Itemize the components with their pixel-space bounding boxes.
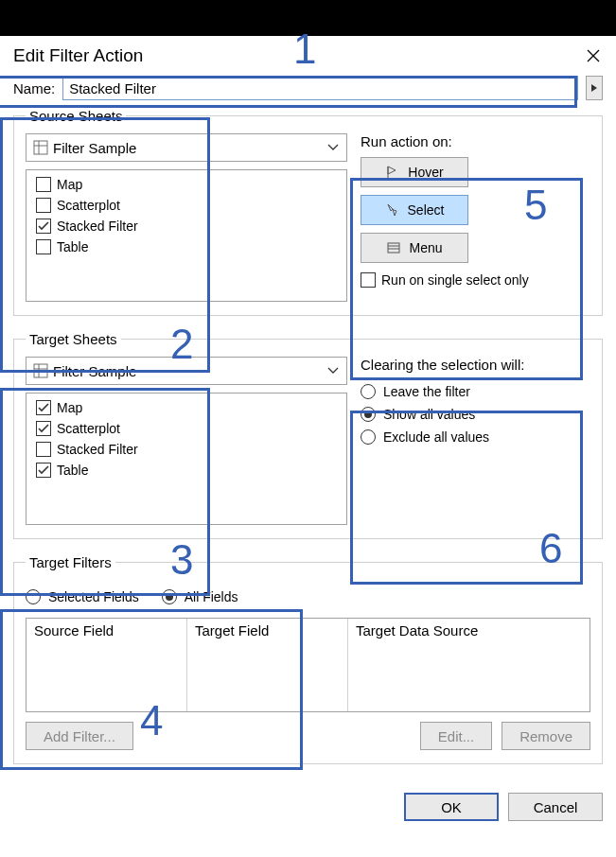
target-workbook-dropdown[interactable]: Filter Sample <box>26 357 347 385</box>
remove-filter-button[interactable]: Remove <box>502 722 590 750</box>
target-sheet-item[interactable]: Table <box>26 460 346 481</box>
name-input[interactable] <box>62 76 578 100</box>
clearing-option-label: Exclude all values <box>383 429 489 445</box>
clearing-title: Clearing the selection will: <box>361 357 590 373</box>
target-sheet-label: Stacked Filter <box>57 442 138 457</box>
grid-col-target: Target Field <box>187 619 348 711</box>
source-sheet-item[interactable]: Map <box>26 174 346 195</box>
dialog-title: Edit Filter Action <box>13 45 584 66</box>
radio-icon <box>361 429 376 445</box>
target-filters-grid: Source Field Target Field Target Data So… <box>26 618 590 712</box>
target-sheets-list: MapScatterplotStacked FilterTable <box>26 393 347 525</box>
source-sheet-item[interactable]: Scatterplot <box>26 195 346 216</box>
source-workbook-dropdown[interactable]: Filter Sample <box>26 133 347 162</box>
svg-rect-11 <box>34 364 47 377</box>
filter-scope-option[interactable]: All Fields <box>162 586 238 608</box>
source-sheet-label: Stacked Filter <box>57 219 138 234</box>
target-filters-group: Target Filters Selected FieldsAll Fields… <box>13 554 603 764</box>
source-workbook-label: Filter Sample <box>53 140 326 156</box>
svg-rect-8 <box>388 243 399 253</box>
add-filter-button[interactable]: Add Filter... <box>26 722 133 750</box>
source-sheets-list: MapScatterplotStacked FilterTable <box>26 169 347 302</box>
clearing-option-label: Leave the filter <box>383 384 470 399</box>
single-select-checkbox[interactable] <box>361 272 376 288</box>
run-action-select-button[interactable]: Select <box>361 195 468 225</box>
edit-filter-button[interactable]: Edit... <box>420 722 492 750</box>
radio-icon <box>162 589 177 604</box>
target-sheet-item[interactable]: Map <box>26 397 346 418</box>
close-button[interactable] <box>584 46 603 65</box>
run-action-menu-button[interactable]: Menu <box>361 233 468 263</box>
ok-button[interactable]: OK <box>404 793 499 821</box>
sheet-icon <box>32 362 49 379</box>
source-sheet-label: Table <box>57 239 88 254</box>
cancel-button[interactable]: Cancel <box>508 793 603 821</box>
radio-icon <box>361 384 376 399</box>
checkbox-icon <box>36 177 51 192</box>
hover-icon <box>385 165 400 180</box>
target-sheets-legend: Target Sheets <box>26 331 121 347</box>
target-sheet-label: Scatterplot <box>57 421 120 436</box>
source-sheet-item[interactable]: Table <box>26 236 346 257</box>
checkbox-icon <box>36 239 51 254</box>
target-sheet-label: Map <box>57 400 82 415</box>
target-sheet-item[interactable]: Stacked Filter <box>26 439 346 460</box>
grid-col-datasource: Target Data Source <box>348 619 590 711</box>
filter-scope-label: All Fields <box>185 589 238 604</box>
filter-scope-label: Selected Fields <box>48 589 139 604</box>
name-menu-button[interactable] <box>586 76 603 100</box>
clearing-option-label: Show all values <box>383 407 475 422</box>
triangle-right-icon <box>590 83 598 93</box>
sheet-icon <box>32 139 49 156</box>
clearing-option[interactable]: Exclude all values <box>361 426 590 448</box>
close-icon <box>587 49 600 62</box>
clearing-option[interactable]: Show all values <box>361 403 590 426</box>
target-sheet-label: Table <box>57 463 88 478</box>
checkbox-icon <box>36 421 51 436</box>
name-label: Name: <box>13 80 55 96</box>
title-bar: Edit Filter Action <box>0 36 616 72</box>
chevron-down-icon <box>326 363 341 378</box>
clearing-option[interactable]: Leave the filter <box>361 380 590 403</box>
single-select-label: Run on single select only <box>381 272 529 288</box>
checkbox-icon <box>36 198 51 213</box>
checkbox-icon <box>36 219 51 234</box>
svg-marker-2 <box>591 84 597 92</box>
target-sheets-group: Target Sheets Filter Sample MapScatterpl… <box>13 331 603 539</box>
run-action-label: Hover <box>408 165 443 180</box>
source-sheet-label: Scatterplot <box>57 198 120 213</box>
select-icon <box>385 202 400 218</box>
svg-rect-3 <box>34 141 47 154</box>
checkbox-icon <box>36 400 51 415</box>
run-action-hover-button[interactable]: Hover <box>361 157 468 187</box>
source-sheets-legend: Source Sheets <box>26 108 126 124</box>
radio-icon <box>361 407 376 422</box>
source-sheet-item[interactable]: Stacked Filter <box>26 216 346 236</box>
radio-icon <box>26 589 41 604</box>
target-filters-legend: Target Filters <box>26 554 115 570</box>
run-action-label: Menu <box>409 240 442 255</box>
filter-scope-option[interactable]: Selected Fields <box>26 586 139 608</box>
target-sheet-item[interactable]: Scatterplot <box>26 418 346 439</box>
menu-icon <box>386 240 401 255</box>
source-sheet-label: Map <box>57 177 82 192</box>
run-action-title: Run action on: <box>361 133 590 149</box>
checkbox-icon <box>36 442 51 457</box>
source-sheets-group: Source Sheets Filter Sample MapScatterpl… <box>13 108 603 316</box>
target-workbook-label: Filter Sample <box>53 363 326 379</box>
window-top-bar <box>0 0 616 36</box>
chevron-down-icon <box>326 140 341 155</box>
checkbox-icon <box>36 463 51 478</box>
svg-marker-7 <box>388 204 396 216</box>
run-action-label: Select <box>408 202 445 218</box>
grid-col-source: Source Field <box>26 619 187 711</box>
